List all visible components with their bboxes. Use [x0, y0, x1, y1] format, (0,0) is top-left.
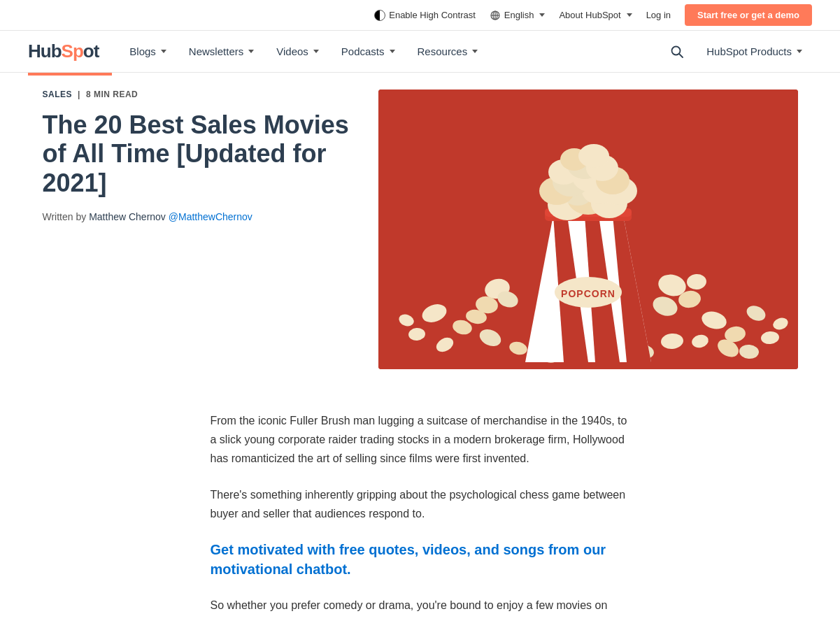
- read-time: 8 MIN READ: [86, 90, 138, 99]
- body-paragraph-2: There's something inherently gripping ab…: [211, 485, 630, 523]
- article-meta: SALES | 8 MIN READ: [43, 90, 350, 99]
- svg-point-48: [578, 144, 609, 168]
- svg-line-5: [679, 54, 683, 57]
- top-bar: Enable High Contrast English About HubSp…: [0, 0, 840, 31]
- start-free-button[interactable]: Start free or get a demo: [685, 4, 812, 26]
- author-name-text: Matthew Chernov: [89, 211, 169, 222]
- search-icon: [670, 45, 684, 59]
- hubspot-logo[interactable]: HubSpot: [28, 41, 99, 62]
- newsletters-chevron: [248, 50, 254, 53]
- article-header: SALES | 8 MIN READ The 20 Best Sales Mov…: [43, 90, 350, 369]
- hero-image-container: POPCORN: [378, 90, 798, 369]
- products-chevron: [797, 50, 802, 53]
- language-selector[interactable]: English: [490, 10, 546, 21]
- resources-chevron: [472, 50, 478, 53]
- meta-separator: |: [78, 90, 80, 99]
- contrast-icon: [374, 10, 385, 21]
- login-label: Log in: [646, 10, 671, 20]
- nav-right: HubSpot Products: [664, 39, 812, 64]
- about-hubspot-link[interactable]: About HubSpot: [559, 10, 632, 20]
- high-contrast-label: Enable High Contrast: [389, 10, 476, 20]
- high-contrast-toggle[interactable]: Enable High Contrast: [374, 10, 476, 21]
- hubspot-products-nav[interactable]: HubSpot Products: [697, 40, 812, 63]
- hero-image: POPCORN: [378, 90, 798, 369]
- article-author: Written by Matthew Chernov @MatthewChern…: [43, 211, 350, 222]
- videos-chevron: [313, 50, 319, 53]
- logo-text: HubSpot: [28, 41, 99, 62]
- article-body: From the iconic Fuller Brush man lugging…: [183, 411, 658, 615]
- main-nav: HubSpot Blogs Newsletters Videos Podcast…: [0, 31, 840, 73]
- about-chevron: [627, 13, 632, 17]
- author-handle-link[interactable]: @MatthewChernov: [169, 211, 252, 222]
- nav-items: Blogs Newsletters Videos Podcasts Resour…: [120, 40, 664, 63]
- podcasts-chevron: [390, 50, 395, 53]
- nav-newsletters[interactable]: Newsletters: [179, 40, 264, 63]
- language-chevron: [539, 13, 545, 17]
- nav-resources[interactable]: Resources: [408, 40, 488, 63]
- article-category: SALES: [43, 90, 73, 99]
- globe-icon: [490, 10, 501, 21]
- hero-image-svg: POPCORN: [378, 90, 798, 369]
- about-hubspot-label: About HubSpot: [559, 10, 620, 20]
- nav-videos[interactable]: Videos: [266, 40, 329, 63]
- language-label: English: [504, 10, 534, 20]
- login-link[interactable]: Log in: [646, 10, 671, 20]
- body-paragraph-3: So whether you prefer comedy or drama, y…: [211, 596, 630, 615]
- nav-blogs[interactable]: Blogs: [120, 40, 176, 63]
- article-title: The 20 Best Sales Movies of All Time [Up…: [43, 110, 350, 197]
- content-wrapper: SALES | 8 MIN READ The 20 Best Sales Mov…: [15, 76, 826, 397]
- written-by-label: Written by: [43, 211, 87, 222]
- body-paragraph-1: From the iconic Fuller Brush man lugging…: [211, 411, 630, 468]
- svg-text:POPCORN: POPCORN: [561, 288, 615, 299]
- blogs-chevron: [161, 50, 166, 53]
- nav-podcasts[interactable]: Podcasts: [332, 40, 405, 63]
- search-button[interactable]: [664, 39, 690, 64]
- cta-link[interactable]: Get motivated with free quotes, videos, …: [211, 540, 630, 579]
